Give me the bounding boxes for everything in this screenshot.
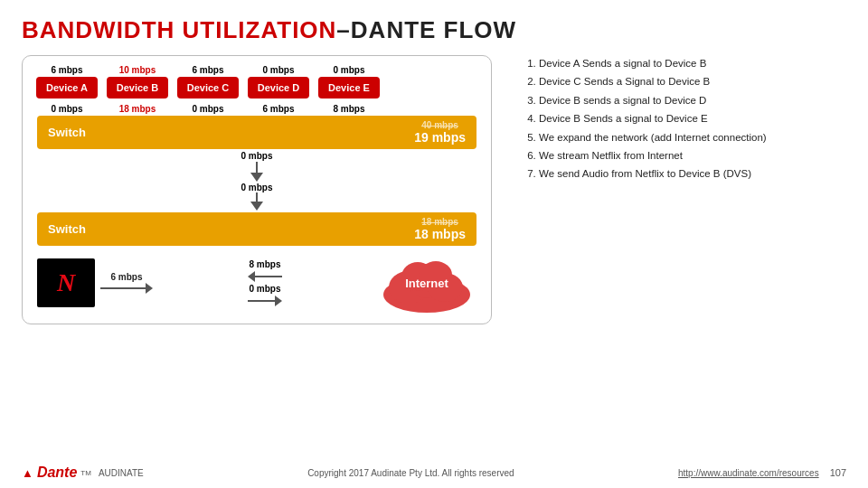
dante-logo: ▲ Dante TM AUDINATE bbox=[22, 465, 144, 481]
list-item-6: We stream Netflix from Internet bbox=[539, 147, 846, 164]
mid-mbps-a: 0 mbps bbox=[33, 104, 100, 114]
top-mbps-c: 6 mbps bbox=[175, 65, 241, 75]
page-number: 107 bbox=[830, 467, 846, 478]
title-part2: DANTE FLOW bbox=[351, 16, 516, 44]
below-switch1-mbps2: 0 mbps bbox=[241, 183, 272, 192]
copyright-text: Copyright 2017 Audinate Pty Ltd. All rig… bbox=[307, 468, 514, 478]
list-item-5: We expand the network (add Internet conn… bbox=[539, 129, 846, 145]
device-e: Device E bbox=[318, 77, 380, 99]
dante-logo-text: Dante bbox=[37, 465, 77, 481]
mid-mbps-b: 18 mbps bbox=[104, 104, 171, 114]
diagram-container: 6 mbps 10 mbps 6 mbps 0 mbps 0 mbps Devi… bbox=[22, 55, 492, 324]
mid-mbps-e: 8 mbps bbox=[316, 104, 382, 114]
switch2: Switch 18 mbps 18 mbps bbox=[37, 212, 476, 246]
numbered-list: Device A Sends a signal to Device B Devi… bbox=[519, 55, 846, 471]
list-item-3: Device B sends a signal to Device D bbox=[539, 92, 846, 108]
title-dash: – bbox=[336, 16, 350, 44]
footer-link[interactable]: http://www.audinate.com/resources bbox=[678, 468, 819, 478]
switch2-mbps-alt: 18 mbps bbox=[421, 217, 458, 227]
dante-subtitle: AUDINATE bbox=[99, 468, 144, 478]
title-bar: BANDWIDTH UTILIZATION – DANTE FLOW bbox=[22, 16, 846, 44]
arrow-internet-left bbox=[248, 271, 255, 282]
top-mbps-e: 0 mbps bbox=[316, 65, 382, 75]
arrow-netflix-right bbox=[146, 283, 153, 294]
top-mbps-d: 0 mbps bbox=[245, 65, 312, 75]
device-b: Device B bbox=[107, 77, 168, 99]
main-content: 6 mbps 10 mbps 6 mbps 0 mbps 0 mbps Devi… bbox=[22, 55, 846, 471]
list-item-4: Device B Sends a signal to Device E bbox=[539, 110, 846, 127]
list-item-1: Device A Sends a signal to Device B bbox=[539, 55, 846, 71]
internet-mbps-in: 8 mbps bbox=[249, 259, 280, 269]
internet-label: Internet bbox=[405, 277, 448, 290]
list-item-7: We send Audio from Netflix to Device B (… bbox=[539, 165, 846, 182]
device-d: Device D bbox=[248, 77, 309, 99]
switch1-mbps: 19 mbps bbox=[414, 130, 466, 145]
switch1: Switch 40 mbps 19 mbps bbox=[37, 116, 476, 149]
netflix-logo: N bbox=[37, 258, 95, 307]
diagram-area: 6 mbps 10 mbps 6 mbps 0 mbps 0 mbps Devi… bbox=[22, 55, 510, 471]
switch2-mbps: 18 mbps bbox=[414, 227, 466, 241]
cloud-internet: Internet bbox=[377, 249, 476, 316]
device-a: Device A bbox=[36, 77, 98, 99]
footer: ▲ Dante TM AUDINATE Copyright 2017 Audin… bbox=[0, 465, 868, 481]
mid-mbps-c: 0 mbps bbox=[175, 104, 241, 114]
list-item-2: Device C Sends a Signal to Device B bbox=[539, 73, 846, 89]
top-mbps-b: 10 mbps bbox=[104, 65, 171, 75]
arrow-down-switch1b bbox=[250, 202, 263, 211]
top-mbps-a: 6 mbps bbox=[33, 65, 100, 75]
internet-mbps-out: 0 mbps bbox=[249, 284, 280, 294]
mid-mbps-d: 6 mbps bbox=[245, 104, 312, 114]
switch2-label: Switch bbox=[48, 222, 86, 236]
netflix-mbps-out: 6 mbps bbox=[110, 272, 142, 282]
dante-tm: TM bbox=[80, 469, 91, 477]
arrow-down-switch1 bbox=[250, 173, 263, 182]
switch1-mbps-alt: 40 mbps bbox=[421, 120, 458, 130]
arrow-to-internet bbox=[275, 296, 282, 306]
switch1-label: Switch bbox=[48, 126, 86, 139]
device-c: Device C bbox=[177, 77, 239, 99]
below-switch1-mbps: 0 mbps bbox=[241, 151, 272, 161]
title-part1: BANDWIDTH UTILIZATION bbox=[22, 16, 336, 44]
